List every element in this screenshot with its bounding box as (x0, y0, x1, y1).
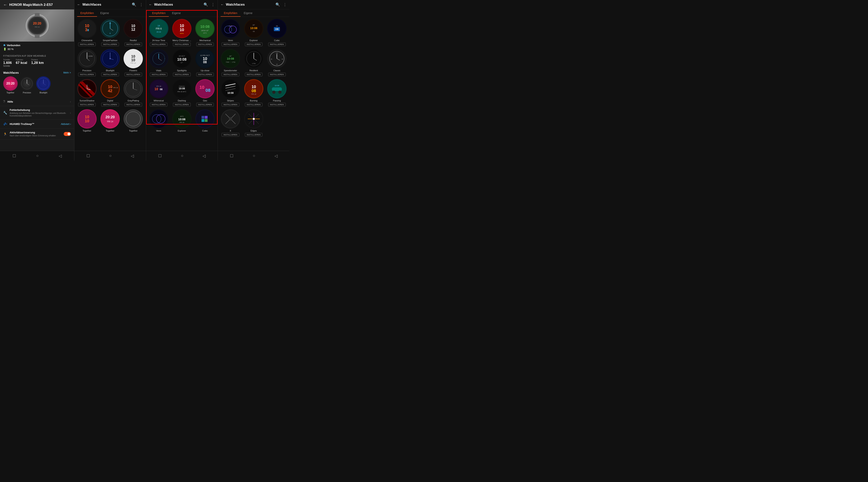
install-24hr[interactable]: INSTALLIEREN (150, 42, 167, 46)
install-precision[interactable]: INSTALLIEREN (78, 73, 96, 76)
more-icon[interactable]: ⋮ (140, 2, 143, 7)
panel2-back-button[interactable]: ← (149, 3, 152, 6)
tab-eigene-2[interactable]: Eigene (169, 9, 184, 17)
panel3-back-button[interactable]: ← (221, 3, 224, 6)
wf-thumb-together2[interactable]: 20:20 FRI 14 (100, 109, 120, 129)
tab-eigene-3[interactable]: Eigene (241, 9, 256, 17)
search-icon[interactable]: 🔍 (132, 2, 136, 7)
wf-thumb-burning[interactable]: 10 08 FRI 18 (244, 79, 264, 98)
install-spotlights[interactable]: INSTALLIEREN (173, 73, 190, 76)
wf-thumb-cubic2[interactable] (195, 109, 215, 129)
menu-trusleep[interactable]: 💤 HUAWEI TruSleep™ Aktiviert › (0, 120, 74, 129)
install-resilient[interactable]: INSTALLIEREN (245, 73, 262, 76)
install-x[interactable]: INSTALLIEREN (222, 133, 239, 136)
wf-thumb-speedometer[interactable]: 20° 10:08 7568 ⋮ 1758 (221, 49, 240, 68)
wf-thumb-venn-far[interactable]: 7645 (221, 19, 240, 38)
wf-thumb-24hr[interactable]: 14 FRI 6 20:24 (149, 19, 168, 38)
install-cubic-far[interactable]: INSTALLIEREN (268, 42, 286, 46)
install-stripes[interactable]: INSTALLIEREN (222, 103, 239, 106)
nav-square-icon-p2[interactable]: ☐ (158, 154, 162, 158)
wf-thumb-stripes[interactable]: 10:08 (221, 79, 240, 98)
install-whimsical[interactable]: INSTALLIEREN (150, 103, 167, 106)
nav-circle-icon-p1[interactable]: ○ (109, 154, 112, 158)
wf-thumb-x[interactable] (221, 109, 240, 129)
more-icon-p3[interactable]: ⋮ (283, 2, 287, 7)
tab-empfohlen-3[interactable]: Empfohlen (221, 9, 241, 17)
install-simplefashion[interactable]: INSTALLIEREN (101, 42, 119, 46)
wf-thumb-edges[interactable] (244, 109, 264, 129)
install-classic[interactable]: INSTALLIEREN (268, 73, 286, 76)
wf-thumb-spotlights[interactable]: 18 OCT 10:08 97° (172, 49, 191, 68)
wf-thumb-cubic-far[interactable]: 08 OB (267, 19, 286, 38)
wf-thumb-grayplating[interactable] (124, 79, 143, 98)
wf-thumb-restful[interactable]: 10 12 (124, 19, 143, 38)
install-explorer-far[interactable]: INSTALLIEREN (245, 42, 262, 46)
install-flowers[interactable]: INSTALLIEREN (125, 73, 142, 76)
more-icon-p2[interactable]: ⋮ (211, 2, 215, 7)
panel1-back-button[interactable]: ← (77, 3, 81, 6)
install-mechanical[interactable]: INSTALLIEREN (196, 42, 214, 46)
menu-hilfe[interactable]: ? Hilfe › (0, 97, 74, 106)
install-digital[interactable]: INSTALLIEREN (101, 103, 119, 106)
search-icon-p2[interactable]: 🔍 (204, 2, 208, 7)
install-passing[interactable]: INSTALLIEREN (268, 103, 286, 106)
install-venn-far[interactable]: INSTALLIEREN (222, 42, 239, 46)
menu-aktivitaet[interactable]: 🏃 Aktivitätserinnerung Nach über einstün… (0, 129, 74, 139)
install-edges[interactable]: INSTALLIEREN (245, 133, 262, 136)
wf-thumb-together3[interactable] (124, 109, 143, 129)
wf-thumb-venn2[interactable] (149, 109, 168, 129)
wf-thumb-merrychristmas[interactable]: 10 10 MON (172, 19, 191, 38)
wf-thumb-vitals[interactable] (149, 49, 168, 68)
wf-thumb-passing[interactable]: 10:08 (267, 79, 286, 98)
wf-preview-bluelight[interactable]: Bluelight (36, 76, 51, 94)
nav-back-icon-p1[interactable]: ◁ (131, 154, 134, 158)
install-burning[interactable]: INSTALLIEREN (245, 103, 262, 106)
install-vitals[interactable]: INSTALLIEREN (150, 73, 167, 76)
wf-thumb-chineseink[interactable]: 10 38 (78, 19, 97, 38)
install-grayplating[interactable]: INSTALLIEREN (125, 103, 142, 106)
install-chineseink[interactable]: INSTALLIEREN (78, 42, 96, 46)
back-button[interactable]: ← (3, 2, 7, 7)
wf-thumb-explorer2[interactable]: 24°C 10:08 FRI 18 (172, 109, 191, 129)
tab-eigene-1[interactable]: Eigene (97, 9, 112, 17)
install-dashing[interactable]: INSTALLIEREN (173, 103, 190, 106)
wf-thumb-sunsetshadow[interactable] (78, 79, 97, 98)
install-geo[interactable]: INSTALLIEREN (196, 103, 214, 106)
nav-square-icon-p1[interactable]: ☐ (86, 154, 90, 158)
nav-back-icon-p3[interactable]: ◁ (275, 154, 277, 158)
tab-empfohlen-1[interactable]: Empfohlen (77, 9, 97, 17)
install-bluelight[interactable]: INSTALLIEREN (101, 73, 119, 76)
wf-thumb-flowers[interactable]: 10 10 FRI 10 (124, 49, 143, 68)
nav-back-icon[interactable]: ◁ (59, 154, 62, 158)
wf-thumb-dashing[interactable]: Calories 10:08 FRI 18 24°C (172, 79, 191, 98)
nav-circle-icon-p3[interactable]: ○ (253, 154, 255, 158)
wf-preview-together[interactable]: 20:20 Together (3, 76, 18, 94)
wf-preview-precision[interactable]: Precision (20, 76, 34, 94)
aktivitaet-toggle[interactable] (64, 132, 71, 136)
install-sunsetshadow[interactable]: INSTALLIEREN (78, 103, 96, 106)
wf-thumb-simplefashion[interactable]: 6 12 (100, 19, 120, 38)
wf-thumb-precision[interactable]: 14398 (78, 49, 97, 68)
install-restful[interactable]: INSTALLIEREN (125, 42, 142, 46)
nav-square-icon[interactable]: ☐ (12, 154, 16, 158)
wf-thumb-resilient[interactable]: 1758 (244, 49, 264, 68)
nav-circle-icon-p2[interactable]: ○ (181, 154, 183, 158)
install-upclose[interactable]: INSTALLIEREN (196, 73, 214, 76)
wf-thumb-digital[interactable]: 10 42 FRI 18 (100, 79, 120, 98)
menu-fehlerbehebung[interactable]: 🔧 Fehlerbehebung Anleitung zum Beheben v… (0, 106, 74, 120)
wf-thumb-geo[interactable]: 10 08 (195, 79, 215, 98)
wf-thumb-mechanical[interactable]: 10:08 18/16 10° 24°C (195, 19, 215, 38)
nav-back-icon-p2[interactable]: ◁ (203, 154, 206, 158)
wf-thumb-explorer-far[interactable]: 20° 10:08 0B (244, 19, 264, 38)
wf-thumb-bluelight[interactable] (100, 49, 120, 68)
wf-thumb-upclose[interactable]: 10 FRI OCT 10 08 (195, 49, 215, 68)
wf-thumb-classic[interactable]: XII III VI IX (267, 49, 286, 68)
tab-empfohlen-2[interactable]: Empfohlen (149, 9, 169, 17)
install-speedometer[interactable]: INSTALLIEREN (222, 73, 239, 76)
search-icon-p3[interactable]: 🔍 (276, 2, 280, 7)
install-merrychristmas[interactable]: INSTALLIEREN (173, 42, 190, 46)
wf-thumb-whimsical[interactable]: FRI 18 10 08 (149, 79, 168, 98)
wf-thumb-together1[interactable]: 10 10 (78, 109, 97, 129)
mehr-link[interactable]: Mehr > (63, 71, 71, 74)
nav-circle-icon[interactable]: ○ (36, 154, 38, 158)
